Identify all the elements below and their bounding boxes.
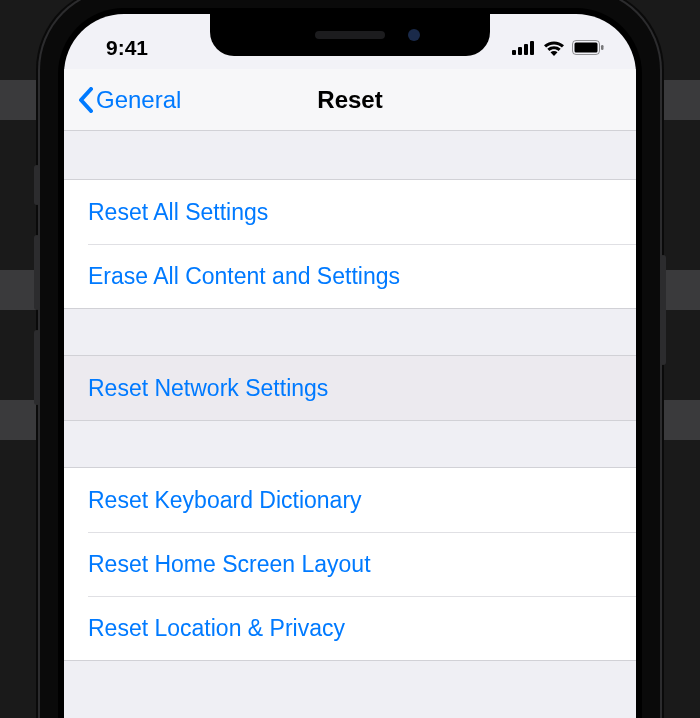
wifi-icon <box>543 40 565 56</box>
speaker-grille <box>315 31 385 39</box>
content-area: Reset All Settings Erase All Content and… <box>64 131 636 718</box>
reset-location-privacy-row[interactable]: Reset Location & Privacy <box>64 596 636 660</box>
volume-down-button <box>34 330 40 405</box>
reset-home-screen-layout-row[interactable]: Reset Home Screen Layout <box>64 532 636 596</box>
settings-group: Reset Keyboard Dictionary Reset Home Scr… <box>64 467 636 661</box>
phone-screen: 9:41 <box>64 14 636 718</box>
phone-bezel: 9:41 <box>58 8 642 718</box>
phone-frame: 9:41 <box>40 0 660 718</box>
page-title: Reset <box>317 86 382 114</box>
front-camera <box>408 29 420 41</box>
erase-all-content-row[interactable]: Erase All Content and Settings <box>64 244 636 308</box>
settings-group: Reset Network Settings <box>64 355 636 421</box>
status-time: 9:41 <box>106 36 148 60</box>
back-button[interactable]: General <box>78 86 181 114</box>
row-label: Reset Keyboard Dictionary <box>88 487 362 514</box>
svg-rect-0 <box>512 50 516 55</box>
svg-rect-3 <box>530 41 534 55</box>
notch <box>210 14 490 56</box>
row-label: Reset Home Screen Layout <box>88 551 371 578</box>
status-icons <box>512 40 604 56</box>
row-label: Reset Location & Privacy <box>88 615 345 642</box>
svg-rect-2 <box>524 44 528 55</box>
row-label: Reset All Settings <box>88 199 268 226</box>
svg-rect-1 <box>518 47 522 55</box>
mute-switch <box>34 165 40 205</box>
chevron-left-icon <box>78 87 94 113</box>
row-label: Reset Network Settings <box>88 375 328 402</box>
settings-group: Reset All Settings Erase All Content and… <box>64 179 636 309</box>
battery-icon <box>572 40 604 55</box>
power-button <box>660 255 666 365</box>
nav-bar: General Reset <box>64 69 636 131</box>
cellular-icon <box>512 41 536 55</box>
reset-network-settings-row[interactable]: Reset Network Settings <box>64 356 636 420</box>
volume-up-button <box>34 235 40 310</box>
row-label: Erase All Content and Settings <box>88 263 400 290</box>
back-label: General <box>96 86 181 114</box>
svg-rect-6 <box>601 45 604 50</box>
reset-all-settings-row[interactable]: Reset All Settings <box>64 180 636 244</box>
svg-rect-5 <box>575 43 598 53</box>
reset-keyboard-dictionary-row[interactable]: Reset Keyboard Dictionary <box>64 468 636 532</box>
